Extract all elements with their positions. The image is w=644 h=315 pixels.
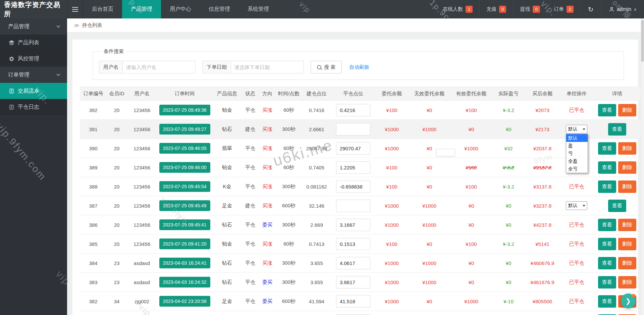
delete-button[interactable]: 删除 bbox=[618, 219, 636, 231]
view-button[interactable]: 查看 bbox=[598, 276, 616, 288]
vertical-scrollbar[interactable] bbox=[641, 18, 644, 315]
view-button[interactable]: 查看 bbox=[598, 104, 616, 116]
order-time-button[interactable]: 2023-07-25 09:45:49 bbox=[159, 200, 210, 211]
close-point-input[interactable] bbox=[336, 104, 370, 116]
invalid-entrust-balance-value: ¥1000 bbox=[422, 260, 436, 266]
order-id-value: 389 bbox=[89, 165, 97, 170]
dropdown-option[interactable]: 全盈 bbox=[566, 157, 588, 165]
nav-item-4[interactable]: 信息管理 bbox=[200, 0, 239, 18]
after-buy-balance-cell: ¥5141 bbox=[524, 234, 560, 254]
sidebar-group-2[interactable]: 订单管理 bbox=[0, 67, 67, 83]
order-time-button[interactable]: 2023-07-25 09:45:41 bbox=[159, 219, 210, 230]
nav-stat-4[interactable]: 订单2 bbox=[547, 0, 580, 18]
close-point-cell bbox=[332, 196, 375, 215]
order-time-button[interactable]: 2023-04-02 23:20:58 bbox=[159, 296, 210, 307]
close-point-input[interactable] bbox=[336, 295, 370, 308]
order-time-button[interactable]: 2023-07-25 09:49:27 bbox=[159, 124, 210, 135]
open-point-value: 3.655 bbox=[310, 279, 323, 285]
delete-button[interactable]: 删除 bbox=[618, 238, 636, 250]
valid-entrust-balance-value: ¥0 bbox=[469, 126, 474, 132]
view-button[interactable]: 查看 bbox=[598, 238, 616, 250]
view-button[interactable]: 查看 bbox=[598, 161, 616, 174]
view-button[interactable]: 查看 bbox=[598, 295, 616, 308]
valid-entrust-balance-cell: ¥1000 bbox=[450, 311, 493, 315]
sidebar-item-产品列表[interactable]: 产品列表 bbox=[0, 35, 67, 51]
view-button[interactable]: 查看 bbox=[598, 142, 616, 155]
direction-cell: 买涨 bbox=[259, 120, 276, 139]
close-point-input[interactable] bbox=[336, 123, 370, 136]
dropdown-option[interactable]: 默认 bbox=[566, 134, 588, 142]
direction-value: 委买 bbox=[262, 279, 272, 285]
open-point-cell: 29067.98 bbox=[302, 139, 332, 158]
member-id-cell: 34 bbox=[107, 292, 127, 311]
order-time-button[interactable]: 2023-07-25 09:49:36 bbox=[159, 105, 210, 115]
admin-menu[interactable]: admin ∧ bbox=[601, 0, 644, 18]
dropdown-option[interactable]: 盈 bbox=[566, 142, 588, 150]
close-point-input[interactable] bbox=[336, 180, 370, 193]
valid-entrust-balance-cell: ¥100 bbox=[450, 101, 493, 120]
close-point-input[interactable] bbox=[336, 142, 370, 155]
username-input[interactable] bbox=[122, 61, 196, 73]
sidebar-group-1[interactable]: 产品管理 bbox=[0, 18, 67, 35]
order-id-cell: 387 bbox=[80, 196, 107, 215]
entrust-balance-value: ¥100 bbox=[386, 241, 397, 247]
open-point-value: 29067.98 bbox=[306, 146, 327, 151]
sidebar-item-平仓日志[interactable]: 平仓日志 bbox=[0, 99, 67, 115]
close-point-input[interactable] bbox=[336, 276, 370, 288]
order-time-button[interactable]: 2023-04-03 16:24:41 bbox=[159, 258, 210, 268]
entrust-balance-value: ¥1000 bbox=[385, 222, 399, 228]
open-point-cell: 32.146 bbox=[302, 196, 332, 215]
nav-stat-2[interactable]: 充值0 bbox=[479, 0, 513, 18]
entrust-balance-value: ¥1000 bbox=[385, 299, 399, 304]
control-select[interactable]: 默认 bbox=[566, 201, 587, 210]
delete-button[interactable]: 删除 bbox=[618, 142, 636, 155]
close-point-input[interactable] bbox=[336, 219, 370, 231]
sidebar-item-交易流水[interactable]: 交易流水 bbox=[0, 83, 67, 99]
control-select[interactable]: 默认 bbox=[566, 125, 587, 134]
scrollbar-thumb[interactable] bbox=[641, 20, 644, 62]
delete-button[interactable]: 删除 bbox=[618, 180, 636, 193]
member-id-value: 20 bbox=[114, 107, 120, 113]
refresh-button[interactable]: ↻ bbox=[580, 0, 601, 18]
detail-cell: 查看删除 bbox=[593, 177, 642, 196]
dropdown-option[interactable]: 全亏 bbox=[566, 165, 588, 173]
member-id-cell: 23 bbox=[107, 254, 127, 273]
close-point-input[interactable] bbox=[336, 238, 370, 250]
order-time-button[interactable]: 2023-07-25 09:41:20 bbox=[159, 239, 210, 249]
order-time-cell: 2023-07-25 09:49:27 bbox=[157, 120, 212, 139]
nav-item-5[interactable]: 系统管理 bbox=[239, 0, 278, 18]
nav-item-2[interactable]: 产品管理 bbox=[122, 0, 161, 18]
view-button[interactable]: 查看 bbox=[598, 180, 616, 193]
nav-stat-1[interactable]: 在线人数1 bbox=[436, 0, 479, 18]
delete-button[interactable]: 删除 bbox=[618, 276, 636, 288]
floating-service-button[interactable]: ❯ bbox=[621, 294, 636, 308]
order-time-button[interactable]: 2023-04-03 16:24:32 bbox=[159, 277, 210, 287]
close-point-input[interactable] bbox=[336, 257, 370, 269]
hamburger-icon[interactable] bbox=[67, 0, 83, 18]
view-button[interactable]: 查看 bbox=[598, 219, 616, 231]
chevron-down-icon bbox=[56, 72, 60, 76]
nav-stat-3[interactable]: 提现0 bbox=[513, 0, 546, 18]
view-button[interactable]: 查看 bbox=[608, 200, 626, 212]
single-control-cell: 已平仓 bbox=[560, 101, 593, 120]
delete-button[interactable]: 删除 bbox=[618, 161, 636, 174]
nav-item-3[interactable]: 用户中心 bbox=[161, 0, 200, 18]
delete-button[interactable]: 删除 bbox=[618, 257, 636, 269]
close-point-input[interactable] bbox=[336, 200, 370, 212]
view-button[interactable]: 查看 bbox=[598, 257, 616, 269]
order-date-input[interactable] bbox=[231, 61, 304, 73]
search-button[interactable]: 搜 索 bbox=[311, 61, 342, 73]
username-value: 123456 bbox=[133, 184, 150, 190]
order-time-button[interactable]: 2023-07-25 09:46:05 bbox=[159, 143, 210, 154]
sidebar-item-风控管理[interactable]: 风控管理 bbox=[0, 51, 67, 67]
nav-item-1[interactable]: 后台首页 bbox=[83, 0, 122, 18]
auto-refresh-link[interactable]: 自动刷新 bbox=[349, 64, 369, 70]
view-button[interactable]: 查看 bbox=[608, 123, 626, 136]
order-time-button[interactable]: 2023-07-25 09:45:54 bbox=[159, 181, 210, 192]
close-point-input[interactable] bbox=[336, 161, 370, 174]
dropdown-option[interactable]: 亏 bbox=[566, 150, 588, 157]
delete-button[interactable]: 删除 bbox=[618, 104, 636, 116]
order-time-button[interactable]: 2023-07-25 09:46:00 bbox=[159, 162, 210, 173]
status-value: 平仓 bbox=[245, 164, 255, 170]
chevron-down-icon bbox=[56, 24, 60, 28]
